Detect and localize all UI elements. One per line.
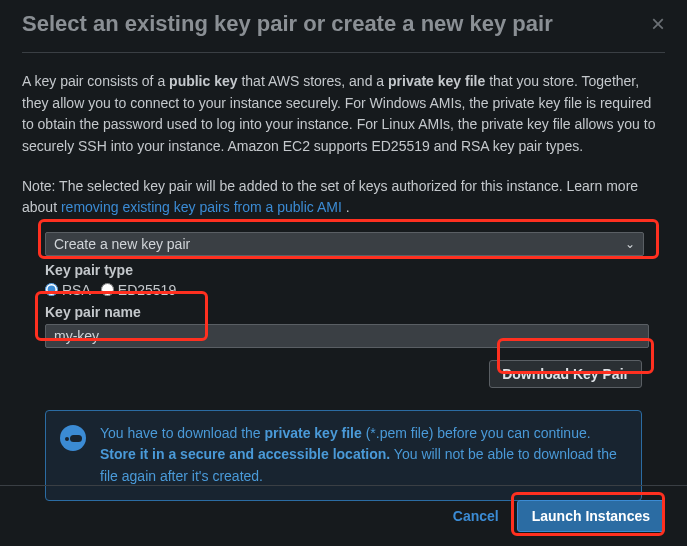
radio-ed25519[interactable]: ED25519 (101, 282, 176, 298)
alert-seg: You have to download the (100, 425, 265, 441)
radio-rsa-input[interactable] (45, 283, 58, 296)
keypair-modal: Select an existing key pair or create a … (0, 0, 687, 546)
desc-seg: that AWS stores, and a (238, 73, 388, 89)
desc-bold: private key file (388, 73, 485, 89)
keypair-select[interactable]: Create a new key pair ⌄ (45, 232, 644, 256)
remove-keys-link[interactable]: removing existing key pairs from a publi… (61, 199, 342, 215)
desc-seg: A key pair consists of a (22, 73, 169, 89)
desc-bold: public key (169, 73, 237, 89)
keypair-name-input[interactable] (45, 324, 649, 348)
alert-seg: (*.pem file) before you can continue. (362, 425, 591, 441)
cancel-button[interactable]: Cancel (453, 508, 499, 524)
radio-ed-input[interactable] (101, 283, 114, 296)
radio-ed-label: ED25519 (118, 282, 176, 298)
launch-instances-button[interactable]: Launch Instances (517, 500, 665, 532)
description-text: A key pair consists of a public key that… (22, 71, 665, 158)
alert-bold: private key file (265, 425, 362, 441)
modal-title: Select an existing key pair or create a … (22, 11, 553, 37)
modal-footer: Cancel Launch Instances (0, 485, 687, 546)
keypair-type-label: Key pair type (22, 262, 665, 278)
note-text: Note: The selected key pair will be adde… (22, 176, 665, 218)
alert-bold: Store it in a secure and accessible loca… (100, 446, 390, 462)
chat-icon (60, 425, 86, 451)
keypair-type-radios: RSA ED25519 (22, 278, 665, 298)
select-value: Create a new key pair (54, 236, 190, 252)
download-keypair-button[interactable]: Download Key Pair (489, 360, 642, 388)
alert-text: You have to download the private key fil… (100, 423, 627, 488)
close-icon[interactable]: × (651, 10, 665, 38)
radio-rsa-label: RSA (62, 282, 91, 298)
modal-header: Select an existing key pair or create a … (22, 0, 665, 53)
keypair-name-label: Key pair name (22, 304, 665, 320)
note-seg: . (342, 199, 350, 215)
chevron-down-icon: ⌄ (625, 237, 635, 251)
radio-rsa[interactable]: RSA (45, 282, 91, 298)
